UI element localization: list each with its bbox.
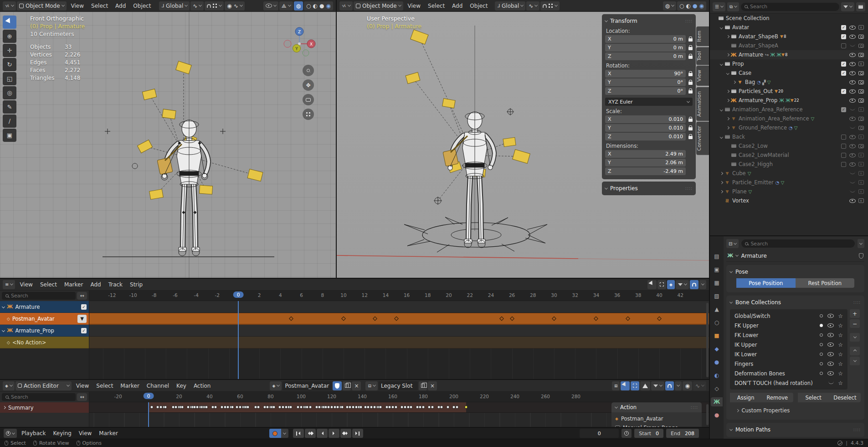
bone-collection-row[interactable]: FK Upper ☆ [731, 321, 847, 330]
exclude-checkbox[interactable] [841, 62, 846, 67]
expander-icon[interactable] [719, 172, 724, 175]
nla-channel[interactable]: Postman_Avatar ▼ [0, 313, 89, 325]
render-camera-icon[interactable] [858, 35, 864, 39]
nla-ruler[interactable]: -12-10-8-6-4-224681012141618202224262830… [89, 291, 709, 301]
menu-item[interactable]: Object [466, 0, 491, 11]
keyframe-dot[interactable] [379, 405, 382, 409]
properties-tab[interactable] [711, 318, 723, 327]
transform-value-field[interactable]: Y0° [605, 78, 686, 86]
tool-select-box[interactable] [3, 16, 16, 29]
exclude-checkbox[interactable] [841, 135, 846, 140]
overlays-toggle[interactable]: ◍ [294, 1, 303, 10]
lock-icon[interactable] [688, 127, 693, 130]
current-frame-field[interactable]: 0 [580, 429, 619, 438]
exclude-checkbox[interactable] [841, 43, 846, 48]
action-name-field[interactable]: Postman_Avatar [282, 381, 332, 390]
tool-cursor[interactable]: ⊕ [3, 30, 16, 43]
keyframe-dot[interactable] [431, 405, 434, 409]
search-input[interactable] [11, 394, 56, 400]
expander-icon[interactable] [725, 90, 730, 93]
expander-icon[interactable] [719, 182, 724, 184]
solo-dot-icon[interactable] [820, 333, 823, 337]
render-camera-icon[interactable] [858, 107, 864, 112]
properties-tab[interactable] [711, 265, 723, 274]
tool-rotate[interactable]: ↻ [3, 58, 16, 71]
expander-icon[interactable] [719, 109, 724, 111]
strip-keyframe[interactable] [594, 317, 598, 321]
outliner-row[interactable]: Avatar ▼ [710, 23, 868, 32]
visibility-eye-icon[interactable] [827, 343, 834, 347]
menu-item[interactable]: Marker [95, 428, 121, 439]
render-camera-icon[interactable] [858, 117, 864, 121]
solo-dot-icon[interactable] [820, 353, 823, 356]
menu-item[interactable]: Channel [143, 380, 173, 391]
hide-eye-icon[interactable] [849, 71, 856, 75]
slot-name-field[interactable]: Legacy Slot [379, 381, 418, 390]
properties-tab[interactable] [711, 278, 723, 287]
lock-icon[interactable] [688, 56, 693, 59]
render-camera-icon[interactable] [858, 80, 864, 84]
lock-icon[interactable] [688, 136, 693, 139]
expander-icon[interactable] [719, 63, 724, 65]
action-button[interactable]: Assign [730, 393, 761, 402]
render-camera-icon[interactable] [858, 71, 864, 75]
expand-range-icon[interactable]: ↔ [77, 292, 87, 300]
tool-annotate[interactable]: ✎ [3, 100, 16, 114]
marquee-select-icon[interactable] [657, 280, 666, 289]
marquee-select-icon[interactable] [631, 381, 639, 390]
panel-grip[interactable]: :::: [853, 300, 861, 305]
tool-add-cube[interactable]: ▣ [3, 129, 16, 142]
hide-eye-icon[interactable] [849, 53, 856, 57]
navigation-gizmo[interactable]: Z X Y [282, 26, 317, 62]
pan-hand-icon[interactable]: ✥ [303, 79, 314, 91]
hide-eye-icon[interactable] [849, 62, 856, 66]
action-button[interactable]: Select [798, 393, 829, 402]
keyframe-dot[interactable] [410, 405, 413, 409]
shading-buttons[interactable]: ○◐●◉ [304, 1, 333, 10]
menu-item[interactable]: View [67, 0, 87, 11]
selected-keyframe-dot[interactable] [464, 405, 467, 409]
keyframe-dot[interactable] [289, 405, 292, 409]
outliner-row[interactable]: Avatar_ShapeA ▼ [710, 41, 868, 50]
menu-item[interactable]: Select [36, 279, 61, 290]
snap-target-dropdown[interactable]: ∿ [190, 1, 204, 10]
keyframe-dot[interactable] [341, 405, 344, 409]
expander-icon[interactable] [725, 127, 730, 129]
hide-eye-icon[interactable] [850, 189, 855, 192]
keyframe-dot[interactable] [257, 405, 260, 409]
render-camera-icon[interactable] [858, 99, 864, 103]
action-browse-dropdown[interactable]: ◈ [270, 381, 282, 390]
visibility-eye-icon[interactable] [827, 333, 834, 337]
transform-value-field[interactable]: Y2.06 m [605, 159, 686, 166]
editor-type-button[interactable]: ◈ [3, 381, 15, 390]
move-down-button[interactable] [850, 357, 860, 365]
ortho-grid-icon[interactable] [303, 109, 314, 120]
prev-keyframe-button[interactable] [305, 429, 316, 438]
mode-dropdown[interactable]: Object Mode [17, 1, 67, 10]
rotation-mode-select[interactable]: XYZ Euler [605, 98, 693, 106]
panel-grip[interactable]: :::: [853, 427, 861, 432]
render-camera-icon[interactable] [858, 180, 864, 185]
menu-item[interactable]: View [75, 428, 95, 439]
pose-panel-header[interactable]: Pose [730, 267, 861, 276]
outliner-row[interactable]: Scene Collection ▼ [710, 14, 868, 23]
menu-item[interactable]: Marker [61, 279, 87, 290]
exclude-checkbox[interactable] [841, 144, 846, 149]
nla-strip-area[interactable] [89, 301, 709, 379]
unlink-slot-button[interactable]: × [428, 381, 437, 390]
end-frame-field[interactable]: End208 [666, 429, 699, 438]
nla-no-action-strip[interactable] [89, 337, 709, 348]
menu-item[interactable]: Playback [18, 428, 50, 439]
transform-value-field[interactable]: Z0 m [605, 52, 686, 60]
mode-dropdown[interactable]: Object Mode [354, 1, 403, 10]
keyframe-dot[interactable] [440, 405, 443, 409]
select-tool-icon[interactable] [647, 280, 657, 289]
start-frame-field[interactable]: Start0 [634, 429, 663, 438]
viewport2-canvas[interactable]: User Perspective (0) Prop | Armature Tra… [337, 12, 709, 278]
editor-type-button[interactable] [4, 429, 17, 438]
menu-item[interactable]: Add [112, 0, 129, 11]
hide-eye-icon[interactable] [850, 171, 855, 174]
search-input[interactable] [750, 4, 796, 10]
outliner-row[interactable]: Particles_Out ▼20 [710, 87, 868, 96]
jump-to-start-button[interactable] [293, 429, 304, 438]
